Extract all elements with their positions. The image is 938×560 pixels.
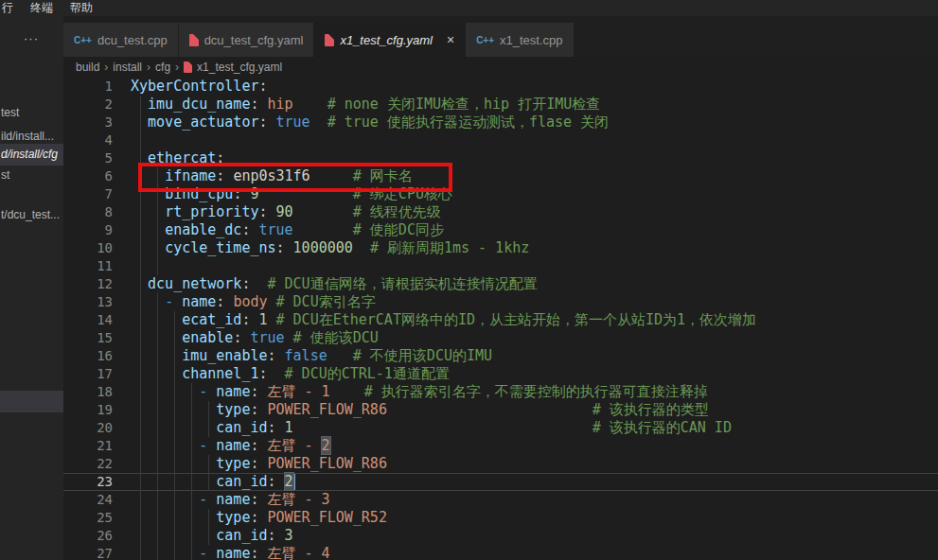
code-line[interactable]: 5 ethercat:	[63, 149, 938, 167]
line-number: 4	[63, 131, 113, 149]
code-text: rt_priority: 90 # 线程优先级	[131, 203, 441, 221]
code-line[interactable]: 13 - name: body # DCU索引名字	[63, 293, 938, 311]
code-text: type: POWER_FLOW_R86	[131, 455, 387, 473]
code-text: can_id: 2	[131, 473, 293, 491]
line-number: 1	[63, 78, 113, 96]
line-number: 2	[63, 96, 113, 114]
code-text: - name: body # DCU索引名字	[131, 293, 376, 311]
code-text: move_actuator: true # true 使能执行器运动测试，fla…	[131, 114, 609, 131]
code-line[interactable]: 9 enable_dc: true # 使能DC同步	[63, 221, 938, 239]
sidebar-item[interactable]: test	[1, 106, 19, 120]
breadcrumb-item-install[interactable]: install	[113, 61, 142, 74]
code-text: ethercat:	[131, 149, 224, 167]
line-number: 15	[63, 329, 113, 347]
code-line[interactable]: 15 enable: true # 使能该DCU	[63, 329, 938, 347]
line-number: 12	[63, 275, 113, 293]
code-text: cycle_time_ns: 1000000 # 刷新周期1ms - 1khz	[131, 239, 529, 257]
sidebar-item[interactable]: t/dcu_test...	[1, 208, 60, 222]
tab-x1-test-cfg-yaml-active[interactable]: x1_test_cfg.yaml ×	[314, 23, 466, 57]
tab-label: dcu_test_cfg.yaml	[204, 33, 304, 47]
line-number: 21	[63, 437, 113, 455]
code-line[interactable]: 11	[63, 257, 938, 275]
line-number: 22	[63, 455, 113, 473]
menu-item-run[interactable]: 行	[0, 0, 22, 16]
code-text: imu_enable: false # 不使用该DCU的IMU	[131, 347, 492, 365]
code-text: imu_dcu_name: hip # none 关闭IMU检查，hip 打开I…	[131, 96, 600, 114]
indent-guide	[140, 131, 141, 149]
yaml-file-icon	[325, 34, 334, 46]
code-line[interactable]: 2 imu_dcu_name: hip # none 关闭IMU检查，hip 打…	[63, 96, 938, 114]
line-number: 18	[63, 383, 113, 401]
code-line[interactable]: 23 can_id: 2	[63, 473, 938, 491]
breadcrumb-item-file[interactable]: x1_test_cfg.yaml	[197, 61, 282, 74]
tab-x1-test-cpp[interactable]: C++ x1_test.cpp	[466, 23, 574, 57]
code-text: - name: 左臂 - 2	[131, 437, 330, 455]
code-line[interactable]: 20 can_id: 1 # 该执行器的CAN ID	[63, 419, 938, 437]
breadcrumb-item-cfg[interactable]: cfg	[155, 61, 170, 74]
code-line[interactable]: 17 channel_1: # DCU的CTRL-1通道配置	[63, 365, 938, 383]
code-text: bind_cpu: 9 # 绑定CPU核心	[131, 185, 452, 203]
code-text: enable_dc: true # 使能DC同步	[131, 221, 444, 239]
code-line[interactable]: 22 type: POWER_FLOW_R86	[63, 455, 938, 473]
close-icon[interactable]: ×	[447, 32, 454, 47]
code-text: can_id: 3	[131, 527, 293, 545]
sidebar: ··· test ild/install... d/install/cfg st…	[0, 16, 63, 560]
line-number: 14	[63, 311, 113, 329]
chevron-right-icon: ›	[147, 61, 150, 74]
code-text: type: POWER_FLOW_R52	[131, 509, 387, 527]
editor-group: C++ dcu_test.cpp dcu_test_cfg.yaml x1_te…	[63, 16, 938, 560]
code-line[interactable]: 16 imu_enable: false # 不使用该DCU的IMU	[63, 347, 938, 365]
code-text: ifname: enp0s31f6 # 网卡名	[131, 167, 413, 185]
line-number: 24	[63, 491, 113, 509]
code-line[interactable]: 25 type: POWER_FLOW_R52	[63, 509, 938, 527]
line-number: 27	[63, 545, 113, 560]
code-text: - name: 左臂 - 3	[131, 491, 330, 509]
code-line[interactable]: 6 ifname: enp0s31f6 # 网卡名	[63, 167, 938, 185]
indent-guide	[157, 257, 158, 275]
code-line[interactable]: 14 ecat_id: 1 # DCU在EtherCAT网络中的ID，从主站开始…	[63, 311, 938, 329]
code-text: dcu_network: # DCU通信网络，请根据实机连接情况配置	[131, 275, 538, 293]
code-line[interactable]: 8 rt_priority: 90 # 线程优先级	[63, 203, 938, 221]
code-line[interactable]: 19 type: POWER_FLOW_R86 # 该执行器的类型	[63, 401, 938, 419]
indent-guide	[140, 257, 141, 275]
cpp-file-icon: C++	[74, 35, 92, 45]
yaml-file-icon	[189, 34, 199, 46]
code-line[interactable]: 1XyberController:	[63, 78, 938, 96]
code-line[interactable]: 27 - name: 左臂 - 4	[63, 545, 938, 560]
code-line[interactable]: 10 cycle_time_ns: 1000000 # 刷新周期1ms - 1k…	[63, 239, 938, 257]
line-number: 26	[63, 527, 113, 545]
line-number: 16	[63, 347, 113, 365]
code-editor[interactable]: 1XyberController:2 imu_dcu_name: hip # n…	[63, 78, 938, 560]
breadcrumb: build › install › cfg › x1_test_cfg.yaml	[63, 57, 938, 78]
sidebar-highlighted-row[interactable]	[0, 391, 63, 412]
menu-item-terminal[interactable]: 终端	[22, 0, 62, 16]
menu-item-help[interactable]: 帮助	[62, 0, 101, 16]
code-line[interactable]: 24 - name: 左臂 - 3	[63, 491, 938, 509]
yaml-file-icon	[184, 61, 192, 73]
more-actions-icon[interactable]: ···	[24, 31, 39, 45]
sidebar-item-active[interactable]: d/install/cfg	[1, 148, 58, 162]
chevron-right-icon: ›	[104, 61, 108, 74]
sidebar-item[interactable]: ild/install...	[1, 130, 54, 144]
line-number: 25	[63, 509, 113, 527]
code-line[interactable]: 3 move_actuator: true # true 使能执行器运动测试，f…	[63, 114, 938, 131]
code-line[interactable]: 18 - name: 左臂 - 1 # 执行器索引名字，不需要控制的执行器可直接…	[63, 383, 938, 401]
code-line[interactable]: 12 dcu_network: # DCU通信网络，请根据实机连接情况配置	[63, 275, 938, 293]
code-line[interactable]: 4	[63, 131, 938, 149]
tab-label: x1_test_cfg.yaml	[340, 33, 433, 47]
line-number: 20	[63, 419, 113, 437]
code-text: type: POWER_FLOW_R86 # 该执行器的类型	[131, 401, 709, 419]
sidebar-item[interactable]: st	[1, 168, 9, 183]
code-line[interactable]: 26 can_id: 3	[63, 527, 938, 545]
tab-dcu-test-cpp[interactable]: C++ dcu_test.cpp	[63, 23, 179, 57]
vscode-window: { "window": { "menu": ["行", "终端", "帮助"] …	[0, 0, 938, 560]
line-number: 9	[63, 221, 113, 239]
tab-label: dcu_test.cpp	[97, 33, 168, 47]
code-line[interactable]: 21 - name: 左臂 - 2	[63, 437, 938, 455]
code-line[interactable]: 7 bind_cpu: 9 # 绑定CPU核心	[63, 185, 938, 203]
tab-dcu-test-cfg-yaml[interactable]: dcu_test_cfg.yaml	[179, 23, 315, 57]
code-text: channel_1: # DCU的CTRL-1通道配置	[131, 365, 450, 383]
line-number: 17	[63, 365, 113, 383]
breadcrumb-item-build[interactable]: build	[76, 61, 99, 74]
tab-bar: C++ dcu_test.cpp dcu_test_cfg.yaml x1_te…	[63, 16, 938, 57]
